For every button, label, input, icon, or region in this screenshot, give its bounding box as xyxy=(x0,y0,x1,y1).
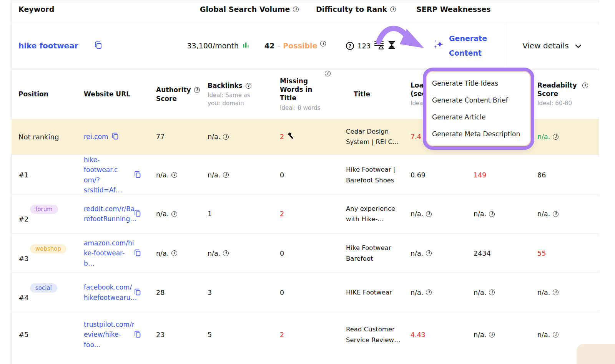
website-url-link[interactable]: rei.com xyxy=(84,132,108,142)
info-icon[interactable] xyxy=(223,250,229,256)
view-details-button[interactable]: View details xyxy=(505,22,599,69)
info-icon[interactable] xyxy=(553,211,558,217)
info-icon[interactable] xyxy=(194,87,200,93)
global-search-volume-header: Global Search Volume xyxy=(200,5,299,13)
info-icon[interactable] xyxy=(390,7,396,12)
serp-weakness-count: 123 xyxy=(357,42,371,50)
table-row: #1 hike-footwear.com/?srsltid=Af… n/a. n… xyxy=(12,154,599,194)
serp-results-table: Not ranking rei.com 77 n/a. 2 Cedar Desi… xyxy=(12,119,599,357)
authority-value: 23 xyxy=(156,331,165,339)
missing-words-header: Missing Words in Title Ideal: 0 words xyxy=(275,77,342,112)
menu-item-generate-meta-description[interactable]: Generate Meta Description xyxy=(432,126,531,142)
readability-score-header: Readabilty Score Ideal: 60-80 xyxy=(532,81,599,107)
page-title: Cedar DesignSystem | REI C… xyxy=(346,126,399,147)
result-type-badge: social xyxy=(30,283,57,293)
chat-widget-corner[interactable] xyxy=(577,344,615,364)
info-icon[interactable] xyxy=(489,332,495,338)
copy-icon[interactable] xyxy=(133,209,142,219)
missing-words-value: 0 xyxy=(280,289,284,296)
position-value: #5 xyxy=(18,331,29,339)
keyword-link[interactable]: hike footwear xyxy=(18,41,78,50)
table-row: webshop#3 amazon.com/hike-footwear-b… n/… xyxy=(12,233,599,273)
backlinks-value: n/a. xyxy=(208,133,220,141)
info-icon[interactable] xyxy=(223,172,229,178)
info-icon[interactable] xyxy=(171,172,177,178)
website-url-link[interactable]: trustpilot.com/review/hike-foo… xyxy=(84,319,131,350)
title-header: Title xyxy=(342,90,407,98)
website-url-link[interactable]: facebook.com/hikefootwearu… xyxy=(84,282,131,303)
backlinks-value: 5 xyxy=(208,331,212,339)
table-row: social#4 facebook.com/hikefootwearu… 28 … xyxy=(12,273,599,312)
info-icon[interactable] xyxy=(246,83,251,89)
word-count-value: 2434 xyxy=(474,250,491,257)
table-row: forum#2 reddit.com/r/BarefootRunning… n/… xyxy=(12,194,599,233)
readability-value: 55 xyxy=(537,250,546,257)
difficulty-label: Possible xyxy=(283,41,317,50)
word-count-value: n/a. xyxy=(474,331,486,339)
info-icon[interactable] xyxy=(489,211,495,217)
page-title: Read CustomerService Review… xyxy=(346,324,401,345)
copy-icon[interactable] xyxy=(94,40,103,51)
keyword-summary-row: hike footwear 33,100/month 42 - Possible… xyxy=(12,22,599,69)
info-icon[interactable] xyxy=(553,290,558,295)
info-icon[interactable] xyxy=(426,290,432,295)
backlinks-value: n/a. xyxy=(208,171,220,179)
info-icon[interactable] xyxy=(171,211,177,217)
info-icon[interactable] xyxy=(325,71,331,76)
hammer-icon[interactable] xyxy=(287,132,294,141)
info-icon[interactable] xyxy=(426,250,432,256)
position-value: #1 xyxy=(18,171,29,179)
info-icon[interactable] xyxy=(426,211,432,217)
difficulty-to-rank-header: Difficulty to Rank xyxy=(316,5,396,13)
authority-value: n/a. xyxy=(156,171,169,179)
missing-words-value: 2 xyxy=(280,133,284,141)
info-icon[interactable] xyxy=(171,250,177,256)
menu-item-generate-content-brief[interactable]: Generate Content Brief xyxy=(432,92,531,109)
position-value: #3 xyxy=(18,255,29,263)
info-icon[interactable] xyxy=(553,134,558,140)
missing-words-value: 0 xyxy=(280,171,284,179)
copy-icon[interactable] xyxy=(133,288,142,298)
website-url-header: Website URL xyxy=(77,90,152,98)
website-url-link[interactable]: amazon.com/hike-footwear-b… xyxy=(84,238,131,268)
info-icon[interactable] xyxy=(489,290,495,295)
question-circle-icon[interactable] xyxy=(346,42,354,50)
readability-value: 86 xyxy=(537,171,546,179)
readability-value: n/a. xyxy=(537,289,550,296)
top-header-row: Keyword Global Search Volume Difficulty … xyxy=(12,0,599,22)
website-url-link[interactable]: reddit.com/r/BarefootRunning… xyxy=(84,204,131,224)
menu-item-generate-article[interactable]: Generate Article xyxy=(432,109,531,126)
keyword-column-header: Keyword xyxy=(18,5,54,13)
word-count-value: n/a. xyxy=(474,289,486,296)
copy-icon[interactable] xyxy=(133,330,142,340)
missing-words-value: 2 xyxy=(280,210,284,218)
hourglass-icon[interactable] xyxy=(387,40,396,51)
info-icon[interactable] xyxy=(582,83,588,88)
serp-weaknesses-header: SERP Weaknesses xyxy=(416,5,491,13)
result-type-badge: forum xyxy=(30,205,58,214)
info-icon[interactable] xyxy=(553,332,558,338)
missing-words-value: 0 xyxy=(280,250,284,257)
info-icon[interactable] xyxy=(320,41,326,46)
chevron-down-icon xyxy=(575,41,582,50)
load-time-value: n/a. xyxy=(411,210,423,218)
text-warning-icon[interactable] xyxy=(374,40,384,51)
load-time-value: n/a. xyxy=(411,289,423,296)
position-header: Position xyxy=(12,90,77,98)
load-time-value: n/a. xyxy=(411,250,423,257)
position-value: #2 xyxy=(18,215,29,223)
load-time-value: 0.69 xyxy=(411,171,426,179)
generate-content-popup: Generate Title Ideas Generate Content Br… xyxy=(423,68,534,150)
info-icon[interactable] xyxy=(223,134,229,140)
website-url-link[interactable]: hike-footwear.com/?srsltid=Af… xyxy=(84,155,131,195)
copy-icon[interactable] xyxy=(133,170,142,180)
authority-value: 77 xyxy=(156,133,165,141)
copy-icon[interactable] xyxy=(133,248,142,258)
readability-value: n/a. xyxy=(537,331,550,339)
generate-content-button[interactable]: GenerateContent xyxy=(415,22,505,69)
info-icon[interactable] xyxy=(293,7,299,12)
search-volume-value: 33,100/month xyxy=(187,41,239,50)
copy-icon[interactable] xyxy=(111,132,120,142)
menu-item-generate-title-ideas[interactable]: Generate Title Ideas xyxy=(432,75,531,92)
backlinks-value: n/a. xyxy=(208,250,220,257)
